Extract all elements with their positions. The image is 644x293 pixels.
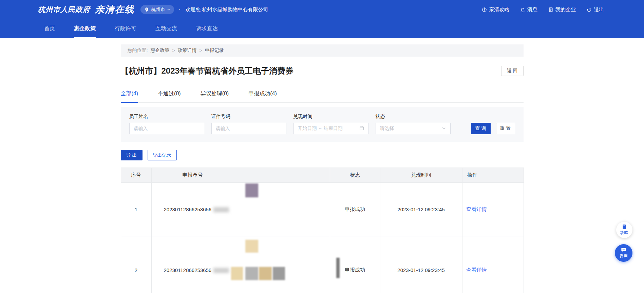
filter-panel: 员工姓名 证件号码 兑现时间 开始日期 ~ 结束日期 状态 请选择 xyxy=(121,107,524,142)
cell-time: 2023-01-12 09:23:45 xyxy=(380,236,462,293)
cell-seq: 2 xyxy=(121,236,151,293)
date-range-picker[interactable]: 开始日期 ~ 结束日期 xyxy=(293,123,368,134)
messages-link[interactable]: 消息 xyxy=(520,6,537,13)
export-records-button[interactable]: 导出记录 xyxy=(148,150,177,160)
main-content: 您的位置: 惠企政策 > 政策详情 > 申报记录 【杭州市】2023年春节留杭省… xyxy=(121,44,524,293)
location-label: 杭州市 xyxy=(151,6,165,13)
tab-success[interactable]: 申报成功(4) xyxy=(248,90,277,103)
map-pin-icon xyxy=(144,7,149,12)
qinqing-online-logo: 亲清在线 xyxy=(95,3,134,16)
power-icon xyxy=(587,7,592,12)
search-button[interactable]: 查 询 xyxy=(471,123,491,134)
redaction-blur xyxy=(213,207,229,212)
redeem-time-label: 兑现时间 xyxy=(293,114,368,120)
cell-seq: 1 xyxy=(121,183,151,236)
logout-link[interactable]: 退出 xyxy=(587,6,604,13)
guide-book-icon xyxy=(622,224,627,230)
tab-dispute[interactable]: 异议处理(0) xyxy=(201,90,229,103)
end-date-placeholder: 结束日期 xyxy=(324,125,343,132)
table-row: 1 20230112866253656 申报成功 2023-01-12 09:2… xyxy=(121,183,524,236)
breadcrumb-separator: > xyxy=(200,48,202,53)
cell-status: 申报成功 xyxy=(330,183,380,236)
chat-bubble-icon xyxy=(621,247,626,253)
location-selector[interactable]: 杭州市 xyxy=(140,5,174,14)
redaction-blur xyxy=(336,258,340,278)
nav-item-appeals[interactable]: 诉求直达 xyxy=(196,19,218,38)
company-name: 杭州水晶城购物中心有限公司 xyxy=(202,6,268,12)
cell-status: 申报成功 xyxy=(330,236,380,293)
table-row: 2 20230112866253656 申报成功 2023-01-12 09:2… xyxy=(121,236,524,293)
back-button[interactable]: 返 回 xyxy=(501,66,524,76)
cell-time: 2023-01-12 09:23:45 xyxy=(380,183,462,236)
nav-item-home[interactable]: 首页 xyxy=(44,19,55,38)
title-row: 【杭州市】2023年春节留杭省外员工电子消费券 返 回 xyxy=(121,65,524,76)
floating-guide-label: 攻略 xyxy=(620,230,628,236)
column-header-action: 操作 xyxy=(462,168,524,183)
redaction-blur xyxy=(245,183,258,197)
start-date-placeholder: 开始日期 xyxy=(298,125,317,132)
breadcrumb: 您的位置: 惠企政策 > 政策详情 > 申报记录 xyxy=(121,44,524,57)
table-header-row: 序号 申报单号 状态 兑现时间 操作 xyxy=(121,168,524,183)
employee-name-label: 员工姓名 xyxy=(129,114,204,120)
column-header-order-no: 申报单号 xyxy=(151,168,330,183)
floating-guide-button[interactable]: 攻略 xyxy=(616,222,632,238)
filter-buttons: 查 询 重 置 xyxy=(471,123,515,134)
redaction-blur xyxy=(273,267,285,280)
welcome-prefix: 欢迎您 xyxy=(185,6,201,12)
breadcrumb-item-declaration-records: 申报记录 xyxy=(205,47,224,54)
chevron-down-icon xyxy=(167,8,170,11)
top-header: 杭州市人民政府 亲清在线 杭州市 · 欢迎您 杭州水晶城购物中心有限公司 亲清攻… xyxy=(0,0,644,19)
breadcrumb-item-policies[interactable]: 惠企政策 xyxy=(150,47,169,54)
government-logo: 杭州市人民政府 xyxy=(38,5,90,14)
messages-link-label: 消息 xyxy=(527,6,537,13)
status-tabs: 全部(4) 不通过(0) 异议处理(0) 申报成功(4) xyxy=(121,90,524,103)
welcome-text: 欢迎您 杭州水晶城购物中心有限公司 xyxy=(185,6,268,13)
cell-action: 查看详情 xyxy=(462,183,524,236)
cell-order-no: 20230112866253656 xyxy=(151,183,330,236)
nav-item-policies[interactable]: 惠企政策 xyxy=(74,19,96,38)
redaction-blur xyxy=(213,268,229,273)
column-header-seq: 序号 xyxy=(121,168,151,183)
id-number-filter: 证件号码 xyxy=(211,114,286,134)
cell-order-no: 20230112866253656 xyxy=(151,236,330,293)
status-select-placeholder: 请选择 xyxy=(380,125,394,132)
enterprise-icon xyxy=(548,7,553,12)
nav-item-licensing[interactable]: 行政许可 xyxy=(115,19,136,38)
nav-item-interaction[interactable]: 互动交流 xyxy=(155,19,177,38)
redaction-blur xyxy=(245,267,258,280)
export-toolbar: 导 出 导出记录 xyxy=(121,150,524,160)
bell-icon xyxy=(520,7,525,12)
tab-rejected[interactable]: 不通过(0) xyxy=(158,90,181,103)
floating-consult-button[interactable]: 咨询 xyxy=(615,244,632,262)
breadcrumb-item-policy-detail[interactable]: 政策详情 xyxy=(178,47,197,54)
status-select[interactable]: 请选择 xyxy=(376,123,451,134)
my-enterprise-link[interactable]: 我的企业 xyxy=(548,6,576,13)
employee-name-input[interactable] xyxy=(129,123,204,134)
view-detail-link[interactable]: 查看详情 xyxy=(467,206,487,212)
reset-button[interactable]: 重 置 xyxy=(496,123,515,134)
redaction-blur xyxy=(259,267,272,280)
status-label: 状态 xyxy=(376,114,451,120)
calendar-icon xyxy=(359,126,364,132)
order-number: 20230112866253656 xyxy=(164,267,212,273)
guide-link-label: 亲清攻略 xyxy=(489,6,509,13)
export-button[interactable]: 导 出 xyxy=(121,150,143,160)
header-menu: 亲清攻略 消息 我的企业 退出 xyxy=(482,6,604,13)
cell-action: 查看详情 xyxy=(462,236,524,293)
guide-link[interactable]: 亲清攻略 xyxy=(482,6,509,13)
floating-consult-label: 咨询 xyxy=(620,253,628,259)
tab-all[interactable]: 全部(4) xyxy=(121,90,138,103)
view-detail-link[interactable]: 查看详情 xyxy=(467,267,487,273)
chevron-down-icon xyxy=(441,126,446,132)
breadcrumb-separator: > xyxy=(172,48,175,53)
redaction-blur xyxy=(245,240,258,253)
question-circle-icon xyxy=(482,7,487,12)
main-nav: 首页 惠企政策 行政许可 互动交流 诉求直达 xyxy=(0,19,644,38)
breadcrumb-prefix: 您的位置: xyxy=(128,47,148,54)
header-left: 杭州市人民政府 亲清在线 杭州市 · 欢迎您 杭州水晶城购物中心有限公司 xyxy=(38,3,268,16)
employee-name-filter: 员工姓名 xyxy=(129,114,204,134)
column-header-time: 兑现时间 xyxy=(380,168,462,183)
column-header-status: 状态 xyxy=(330,168,380,183)
id-number-input[interactable] xyxy=(211,123,286,134)
records-table: 序号 申报单号 状态 兑现时间 操作 1 20230112866253656 申… xyxy=(121,168,524,293)
